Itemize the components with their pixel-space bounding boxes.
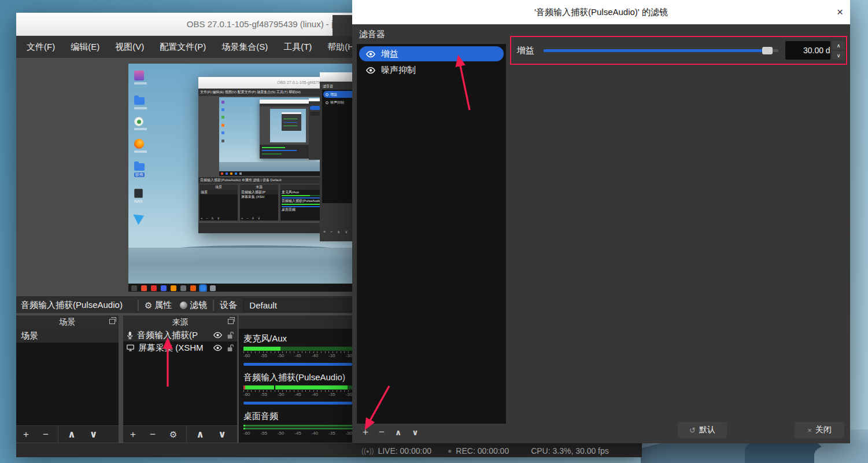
close-icon[interactable]: × [837,0,843,24]
gain-setting-row: 增益 30.00 dB ∧ ∨ [511,37,847,64]
rec-status: ● REC: 00:00:00 [448,446,509,455]
wallpaper-shape [814,444,868,463]
spin-down-icon[interactable]: ∨ [832,51,845,60]
dialog-title: '音频输入捕获(PulseAudio)' 的滤镜 [534,7,668,18]
filters-button[interactable]: 滤镜 [180,300,207,311]
meter-tick-labels: -60-55-50-45-40-35-30 [243,392,352,397]
visibility-eye-icon[interactable] [213,332,223,339]
desktop-icon-screenshot [134,71,147,84]
unlock-icon[interactable] [227,331,234,339]
cpu-status: CPU: 3.3%, 30.00 fps [531,446,609,455]
menu-view[interactable]: 视图(V) [115,42,144,53]
background-window-fragment [333,15,352,36]
filters-list[interactable]: 增益 噪声抑制 [357,44,506,424]
visibility-eye-icon[interactable] [213,344,223,351]
filter-icon [180,302,187,309]
visibility-eye-icon[interactable] [365,67,376,74]
scenes-panel-header[interactable]: 场景 [16,315,119,329]
scene-list-item[interactable]: 场景 [16,329,119,343]
filter-up-button[interactable]: ∧ [395,428,401,437]
mic-icon [127,331,133,340]
audio-filters-label: 滤音器 [359,29,385,40]
gain-label: 增益 [517,45,534,56]
filter-down-button[interactable]: ∨ [412,428,418,437]
source-properties-gear-icon[interactable]: ⚙ [169,430,177,439]
sources-title: 来源 [172,317,189,328]
main-window-title: OBS 27.0.1-105-gf48795439 (linux) - 配置 [16,13,350,36]
add-source-button[interactable]: + [130,429,136,439]
gear-icon: ⚙ [145,301,152,310]
audio-meter [243,347,352,351]
dialog-titlebar[interactable]: '音频输入捕获(PulseAudio)' 的滤镜 × [352,0,850,24]
audio-meter [243,428,352,429]
filter-item-noise-suppression[interactable]: 噪声抑制 [359,63,504,78]
selected-source-name: 音频输入捕获(PulseAudio) [21,300,123,311]
close-button[interactable]: × 关闭 [795,422,844,438]
source-row-screen-capture[interactable]: 屏幕采集 (XSHM [123,341,237,354]
properties-button[interactable]: ⚙ 属性 [145,300,172,311]
desktop-icon-app [134,117,147,130]
toolbar-separator [213,300,214,311]
menu-edit[interactable]: 编辑(E) [71,42,99,53]
live-status: ((●)) LIVE: 00:00:00 [361,446,431,455]
menu-scene-collection[interactable]: 场景集合(S) [221,42,268,53]
menu-tools[interactable]: 工具(T) [283,42,312,53]
scenes-toolbar: + − ∧ ∨ [16,425,119,443]
desktop-icon-folder: 软件 [134,163,145,177]
popout-icon[interactable] [228,319,234,324]
filters-dialog: '音频输入捕获(PulseAudio)' 的滤镜 × 滤音器 增益 噪声抑制 +… [352,0,850,443]
slider-handle[interactable] [762,47,773,54]
defaults-button[interactable]: ↺ 默认 [678,422,727,438]
visibility-eye-icon[interactable] [365,50,376,58]
broadcast-icon: ((●)) [361,447,374,455]
desktop-icon-nas: NAS [134,189,143,204]
menu-profile[interactable]: 配置文件(P) [160,42,206,53]
toolbar-separator [58,426,58,443]
audio-meter [243,385,352,389]
toolbar-separator [186,426,187,443]
display-icon [127,344,134,351]
slider-fill [544,49,764,52]
scenes-title: 场景 [60,317,76,328]
record-dot-icon: ● [448,447,452,455]
sources-panel-header[interactable]: 来源 [123,315,237,329]
gain-value-text: 30.00 dB [803,41,830,60]
remove-filter-button[interactable]: − [379,427,385,438]
close-x-icon: × [807,426,812,435]
audio-meter [243,425,352,427]
reset-icon: ↺ [689,426,696,435]
sources-toolbar: + − ⚙ ∧ ∨ [123,425,237,443]
device-label: 设备 [220,300,237,311]
spin-up-icon[interactable]: ∧ [832,41,845,50]
sources-panel: 来源 音频输入捕获(P 屏幕采集 (XSHM + − ⚙ ∧ [123,315,237,443]
scenes-panel: 场景 场景 + − ∧ ∨ [16,315,119,443]
add-scene-button[interactable]: + [23,429,29,439]
remove-source-button[interactable]: − [150,429,156,439]
desktop-icon-folder [134,97,147,109]
status-bar: ((●)) LIVE: 00:00:00 ● REC: 00:00:00 CPU… [16,443,642,457]
scene-down-button[interactable]: ∨ [90,429,98,439]
toolbar-separator [138,300,139,311]
meter-tick-labels: -60-55-50-45-40-35-30 [243,431,352,436]
popout-icon[interactable] [109,319,115,324]
scene-up-button[interactable]: ∧ [68,429,76,439]
gain-slider[interactable] [544,46,778,54]
gain-spin-buttons: ∧ ∨ [832,41,845,60]
filters-list-toolbar: + − ∧ ∨ [357,424,506,441]
add-filter-button[interactable]: + [363,427,368,438]
inner-sources-panel: 来源 音频输入捕获(P 屏幕采集 (XSH + − ∧ ∨ [240,185,278,221]
filter-item-gain[interactable]: 增益 [359,46,504,61]
desktop-icon-firefox [134,139,147,153]
unlock-icon[interactable] [227,344,234,352]
gain-value-input[interactable]: 30.00 dB [785,41,830,60]
inner-inner-preview [270,109,306,142]
meter-tick-labels: -60-55-50-45-40-35-30 [243,353,352,358]
source-up-button[interactable]: ∧ [196,429,204,439]
inner-preview [219,97,333,176]
desktop-icon-plane [134,213,146,222]
inner-scenes-panel: 场景 场景 + − ∧ ∨ [200,185,238,221]
remove-scene-button[interactable]: − [43,429,49,439]
source-down-button[interactable]: ∨ [218,429,226,439]
source-row-audio-capture[interactable]: 音频输入捕获(P [123,329,237,341]
menu-file[interactable]: 文件(F) [27,42,55,53]
